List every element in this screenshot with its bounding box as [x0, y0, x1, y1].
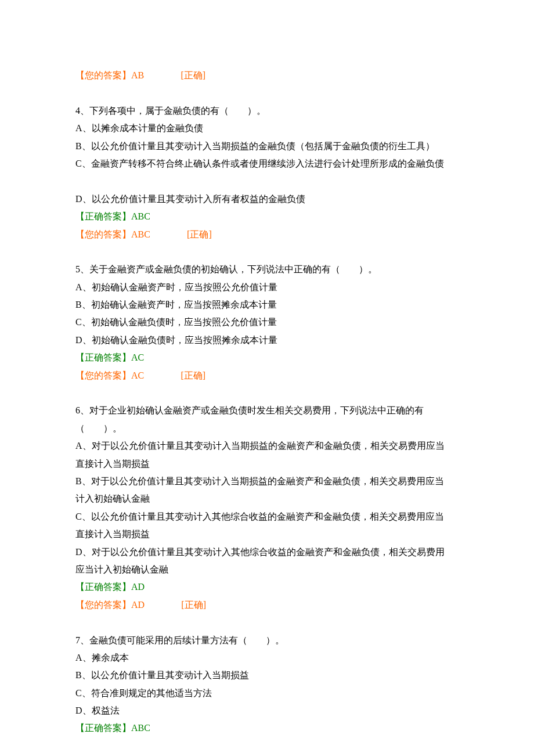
q4-option-b: B、以公允价值计量且其变动计入当期损益的金融负债（包括属于金融负债的衍生工具）: [75, 138, 459, 155]
spacer: [75, 84, 459, 102]
q5-option-d: D、初始确认金融负债时，应当按照摊余成本计量: [75, 332, 459, 349]
q6-your-answer-row: 【您的答案】AD [正确]: [75, 596, 459, 614]
your-answer-value: AC: [131, 370, 144, 380]
q4-option-d: D、以公允价值计量且其变动计入所有者权益的金融负债: [75, 190, 459, 208]
your-answer-label: 【您的答案】: [75, 229, 131, 239]
q6-option-a-line2: 直接计入当期损益: [75, 455, 459, 473]
your-answer-value: AB: [131, 70, 144, 80]
q7-option-d: D、权益法: [75, 702, 459, 719]
spacer: [75, 172, 459, 190]
q7-option-c: C、符合准则规定的其他适当方法: [75, 685, 459, 702]
q5-correct-answer-row: 【正确答案】AC: [75, 349, 459, 366]
your-answer-value: ABC: [131, 229, 150, 239]
document-page: 【您的答案】AB [正确] 4、下列各项中，属于金融负债的有（ ）。 A、以摊余…: [0, 0, 534, 756]
q4-correct-answer-row: 【正确答案】ABC: [75, 208, 459, 225]
answer-status: [正确]: [181, 596, 206, 614]
your-answer-value: AD: [131, 600, 145, 610]
your-answer-label: 【您的答案】: [75, 370, 131, 380]
q7-correct-answer-row: 【正确答案】ABC: [75, 719, 459, 737]
q5-your-answer-row: 【您的答案】AC [正确]: [75, 367, 459, 384]
your-answer-label: 【您的答案】: [75, 600, 131, 610]
q5-option-c: C、初始确认金融负债时，应当按照公允价值计量: [75, 314, 459, 331]
correct-answer-value: AD: [131, 582, 145, 592]
q4-option-c: C、金融资产转移不符合终止确认条件或者使用继续涉入法进行会计处理所形成的金融负债: [75, 155, 459, 172]
q5-option-b: B、初始确认金融资产时，应当按照摊余成本计量: [75, 296, 459, 314]
answer-status: [正确]: [187, 226, 212, 243]
answer-status: [正确]: [181, 67, 205, 84]
q6-option-c-line2: 直接计入当期损益: [75, 525, 459, 543]
q6-stem-line2: （ ）。: [75, 420, 459, 437]
answer-status: [正确]: [181, 367, 205, 384]
q7-option-b: B、以公允价值计量且其变动计入当期损益: [75, 667, 459, 684]
spacer: [75, 614, 459, 631]
q6-correct-answer-row: 【正确答案】AD: [75, 578, 459, 596]
spacer: [75, 384, 459, 402]
q4-option-a: A、以摊余成本计量的金融负债: [75, 120, 459, 137]
q7-stem: 7、金融负债可能采用的后续计量方法有（ ）。: [75, 632, 459, 649]
q7-option-a: A、摊余成本: [75, 649, 459, 667]
q5-stem: 5、关于金融资产或金融负债的初始确认，下列说法中正确的有（ ）。: [75, 261, 459, 278]
spacer: [75, 243, 459, 261]
q4-stem: 4、下列各项中，属于金融负债的有（ ）。: [75, 102, 459, 120]
q6-option-b-line2: 计入初始确认金融: [75, 490, 459, 507]
correct-answer-label: 【正确答案】: [75, 211, 131, 221]
correct-answer-label: 【正确答案】: [75, 352, 131, 362]
q6-option-d-line1: D、对于以公允价值计量且其变动计入其他综合收益的金融资产和金融负债，相关交易费用: [75, 543, 459, 561]
q6-stem-line1: 6、对于企业初始确认金融资产或金融负债时发生相关交易费用，下列说法中正确的有: [75, 402, 459, 419]
q6-option-c-line1: C、以公允价值计量且其变动计入其他综合收益的金融资产和金融负债，相关交易费用应当: [75, 508, 459, 525]
correct-answer-value: ABC: [131, 723, 150, 733]
correct-answer-label: 【正确答案】: [75, 723, 131, 733]
q5-option-a: A、初始确认金融资产时，应当按照公允价值计量: [75, 279, 459, 296]
q3-your-answer-row: 【您的答案】AB [正确]: [75, 67, 459, 84]
q4-your-answer-row: 【您的答案】ABC [正确]: [75, 226, 459, 243]
q6-option-a-line1: A、对于以公允价值计量且其变动计入当期损益的金融资产和金融负债，相关交易费用应当: [75, 437, 459, 455]
correct-answer-value: AC: [131, 352, 144, 362]
q6-option-d-line2: 应当计入初始确认金融: [75, 561, 459, 578]
your-answer-label: 【您的答案】: [75, 70, 131, 80]
correct-answer-value: ABC: [131, 211, 150, 221]
correct-answer-label: 【正确答案】: [75, 582, 131, 592]
q6-option-b-line1: B、对于以公允价值计量且其变动计入当期损益的金融资产和金融负债，相关交易费用应当: [75, 473, 459, 490]
